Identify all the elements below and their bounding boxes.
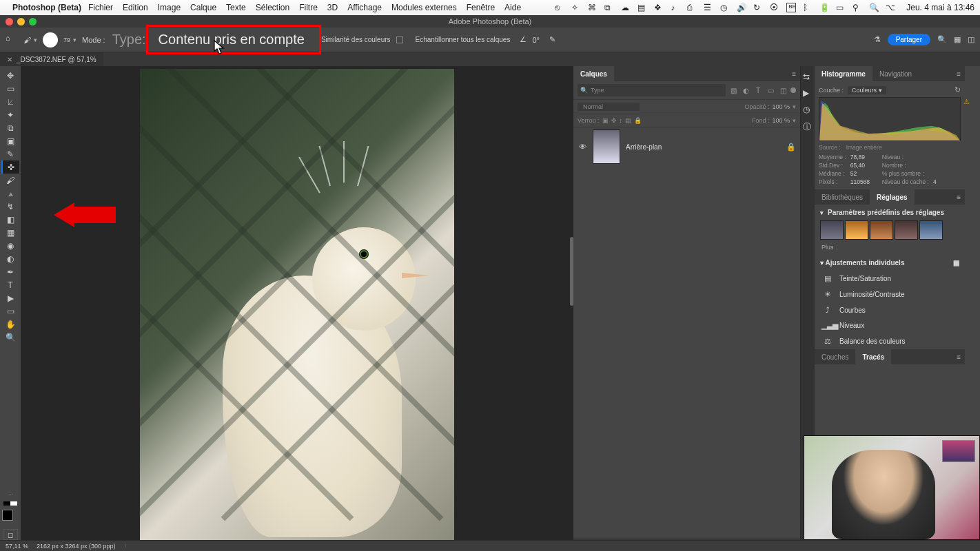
- history-brush-tool[interactable]: ↯: [1, 200, 19, 213]
- menu-filtre[interactable]: Filtre: [299, 3, 318, 12]
- gradient-tool[interactable]: ▦: [1, 226, 19, 239]
- adj-courbes[interactable]: ⤴Courbes: [815, 302, 965, 318]
- menu-fenetre[interactable]: Fenêtre: [467, 3, 495, 12]
- filter-adjust-icon[interactable]: ◐: [741, 85, 751, 95]
- tray-icon[interactable]: ❖: [654, 3, 664, 12]
- layer-item-background[interactable]: 👁 Arrière-plan 🔒: [573, 127, 800, 166]
- dodge-tool[interactable]: ◐: [1, 252, 19, 265]
- lock-artboard-icon[interactable]: ▤: [625, 117, 631, 124]
- collapsed-icon[interactable]: ▶: [803, 88, 813, 98]
- menu-fichier[interactable]: Fichier: [88, 3, 113, 12]
- color-swatches[interactable]: [2, 510, 19, 526]
- sample-all-checkbox[interactable]: [396, 37, 403, 43]
- tray-icon[interactable]: ✧: [571, 3, 581, 12]
- crop-tool[interactable]: ⧉: [1, 121, 19, 134]
- filter-pixel-icon[interactable]: ▧: [728, 85, 738, 95]
- tab-bibliotheques[interactable]: Bibliothèques: [815, 189, 870, 205]
- tray-icon[interactable]: ⌘: [588, 3, 598, 12]
- lasso-tool[interactable]: ⟀: [1, 95, 19, 108]
- blur-tool[interactable]: ◉: [1, 239, 19, 252]
- menu-calque[interactable]: Calque: [190, 3, 216, 12]
- similarity-label[interactable]: Similarité des couleurs: [321, 36, 391, 43]
- bluetooth-icon[interactable]: ᛒ: [803, 3, 813, 12]
- move-tool[interactable]: ✥: [1, 69, 19, 82]
- type-tool[interactable]: T: [1, 278, 19, 291]
- chevron-down-icon[interactable]: ▾: [73, 37, 76, 43]
- battery-icon[interactable]: 🔋: [819, 3, 829, 12]
- menu-selection[interactable]: Sélection: [256, 3, 289, 12]
- presets-header[interactable]: ▾Paramètres prédéfinis des réglages: [815, 205, 965, 220]
- lock-icon[interactable]: 🔒: [786, 143, 796, 152]
- panel-menu-icon[interactable]: ≡: [788, 70, 800, 78]
- panel-menu-icon[interactable]: ≡: [952, 353, 965, 361]
- healing-brush-tool[interactable]: ✜: [1, 160, 19, 174]
- menu-aide[interactable]: Aide: [504, 3, 521, 12]
- tray-icon[interactable]: ⎙: [687, 3, 697, 12]
- search-icon[interactable]: 🔍: [937, 35, 947, 44]
- search-icon[interactable]: 🔍: [869, 3, 879, 12]
- lock-pixels-icon[interactable]: ▣: [602, 117, 609, 124]
- collapsed-icon[interactable]: ⓘ: [803, 121, 813, 131]
- layer-thumbnail[interactable]: [593, 129, 620, 164]
- blend-mode-dropdown[interactable]: Normal: [578, 103, 640, 111]
- menu-modules[interactable]: Modules externes: [391, 3, 457, 12]
- zoom-tool[interactable]: 🔍: [1, 331, 19, 344]
- layers-search[interactable]: 🔍 Type: [578, 84, 726, 96]
- angle-value[interactable]: 0°: [532, 36, 540, 44]
- path-selection-tool[interactable]: ▶: [1, 291, 19, 304]
- app-name[interactable]: Photoshop (Beta): [12, 3, 81, 12]
- tray-icon[interactable]: ☰: [704, 3, 713, 12]
- tray-icon[interactable]: ⧉: [604, 3, 614, 12]
- preset-thumb[interactable]: [870, 220, 893, 240]
- preset-thumb[interactable]: [895, 220, 918, 240]
- lock-image-icon[interactable]: ↕: [620, 117, 623, 124]
- opacity-value[interactable]: 100 %: [772, 103, 790, 110]
- home-icon[interactable]: ⌂: [6, 34, 18, 46]
- panel-menu-icon[interactable]: ≡: [952, 70, 965, 78]
- doc-info[interactable]: 2162 px x 3264 px (300 ppp): [37, 543, 116, 550]
- share-button[interactable]: Partager: [888, 34, 930, 45]
- tool-preset-icon[interactable]: 🖌: [23, 36, 31, 44]
- adj-niveaux[interactable]: ▁▃▅Niveaux: [815, 318, 965, 333]
- shape-tool[interactable]: ▭: [1, 304, 19, 318]
- tab-calques[interactable]: Calques: [573, 66, 614, 81]
- control-center-icon[interactable]: ⌥: [886, 3, 895, 12]
- flask-icon[interactable]: ⚗: [874, 35, 881, 44]
- tray-icon[interactable]: ⦿: [770, 3, 779, 12]
- menu-edition[interactable]: Edition: [123, 3, 148, 12]
- close-window[interactable]: [6, 18, 13, 25]
- workspace-icon[interactable]: ▦: [954, 35, 961, 44]
- collapsed-icon[interactable]: ◷: [803, 105, 813, 114]
- visibility-icon[interactable]: 👁: [578, 143, 587, 151]
- angle-icon[interactable]: ∠: [520, 35, 527, 44]
- tab-traces[interactable]: Tracés: [855, 349, 891, 364]
- filter-smart-icon[interactable]: ◫: [778, 85, 788, 95]
- fill-value[interactable]: 100 %: [772, 117, 790, 124]
- close-tab-icon[interactable]: ✕: [7, 56, 12, 63]
- menu-texte[interactable]: Texte: [226, 3, 246, 12]
- tab-couches[interactable]: Couches: [815, 349, 855, 364]
- lock-position-icon[interactable]: ✜: [611, 117, 617, 124]
- mac-menubar[interactable]: Photoshop (Beta) Fichier Edition Image C…: [0, 0, 980, 15]
- marquee-tool[interactable]: ▭: [1, 82, 19, 95]
- tray-icon[interactable]: ☁︎: [621, 3, 631, 12]
- grid-icon[interactable]: ▦: [953, 259, 959, 267]
- filter-shape-icon[interactable]: ▭: [766, 85, 775, 95]
- lock-all-icon[interactable]: 🔒: [634, 117, 642, 124]
- filter-type-icon[interactable]: T: [753, 85, 763, 95]
- zoom-window[interactable]: [29, 18, 37, 25]
- brush-preview[interactable]: [43, 32, 58, 48]
- tray-icon[interactable]: ↻: [753, 3, 763, 12]
- pressure-icon[interactable]: ✎: [549, 35, 555, 44]
- eyedropper-tool[interactable]: ✎: [1, 147, 19, 160]
- menu-affichage[interactable]: Affichage: [347, 3, 382, 12]
- brush-tool[interactable]: 🖌: [1, 174, 19, 187]
- menu-3d[interactable]: 3D: [327, 3, 338, 12]
- adj-balance[interactable]: ⚖Balance des couleurs: [815, 333, 965, 349]
- document-tab[interactable]: ✕ _DSC3872.NEF @ 57,1%: [0, 52, 103, 66]
- canvas-area[interactable]: [21, 66, 573, 551]
- quickmask-icon[interactable]: ◻: [3, 529, 18, 540]
- tray-icon[interactable]: ◷: [720, 3, 730, 12]
- clock[interactable]: Jeu. 4 mai à 13:46: [906, 3, 974, 12]
- menu-image[interactable]: Image: [158, 3, 181, 12]
